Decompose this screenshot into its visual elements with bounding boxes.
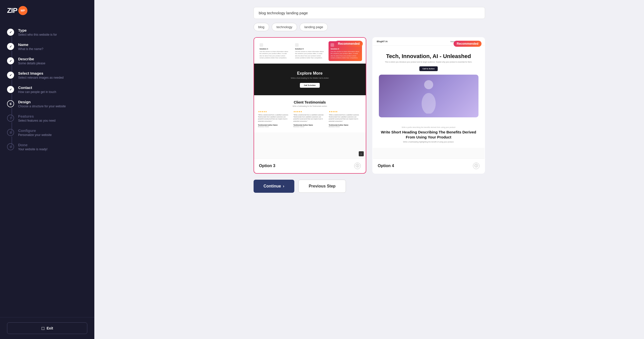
exit-button[interactable]: ⬚ Exit [7, 322, 87, 334]
step-content-name: Name What is the name? [18, 42, 87, 51]
step-title-images: Select Images [18, 71, 87, 75]
step-subtitle-contact: How can people get in touch [18, 90, 87, 94]
step-icon-done: 9 [7, 143, 14, 150]
step-subtitle-name: What is the name? [18, 47, 87, 51]
svg-point-0 [424, 80, 433, 89]
logo-area: ZIP WP [0, 0, 94, 21]
sidebar: ZIP WP ✓ Type Select who this website is… [0, 0, 94, 339]
step-subtitle-done: Your website is ready! [18, 148, 87, 151]
step-icon-contact: ✓ [7, 86, 14, 93]
step-title-type: Type [18, 28, 87, 32]
step-title-features: Features [18, 114, 87, 118]
step-content-features: Features Select features as you need [18, 114, 87, 122]
exit-icon: ⬚ [41, 326, 45, 330]
steps-list: ✓ Type Select who this website is for ✓ … [0, 21, 94, 317]
step-content-images: Select Images Select relevant images as … [18, 71, 87, 79]
sidebar-item-design[interactable]: 6 Design Choose a structure for your web… [0, 97, 94, 111]
option3-label: Option 3 [259, 164, 275, 168]
exit-label: Exit [47, 326, 53, 330]
option4-info-icon[interactable]: ⓘ [473, 163, 479, 169]
sidebar-item-name[interactable]: ✓ Name What is the name? [0, 39, 94, 54]
step-subtitle-type: Select who this website is for [18, 33, 87, 36]
option4-label: Option 4 [378, 164, 394, 168]
sidebar-item-configure[interactable]: 8 Configure Personalize your website [0, 125, 94, 140]
step-content-contact: Contact How can people get in touch [18, 85, 87, 94]
bottom-buttons: Continue › Previous Step [254, 180, 485, 193]
step-icon-type: ✓ [7, 29, 14, 36]
option-card-4[interactable]: Recommended BlogNT IA Home About Feature… [372, 37, 485, 174]
step-subtitle-features: Select features as you need [18, 119, 87, 122]
step-content-design: Design Choose a structure for your websi… [18, 100, 87, 108]
step-content-type: Type Select who this website is for [18, 28, 87, 36]
option4-preview: Recommended BlogNT IA Home About Feature… [373, 38, 485, 158]
step-title-describe: Describe [18, 57, 87, 61]
tag-technology[interactable]: technology [272, 23, 297, 31]
sidebar-item-features[interactable]: 7 Features Select features as you need [0, 111, 94, 125]
option4-footer: Option 4 ⓘ [373, 158, 485, 173]
svg-point-1 [422, 93, 436, 114]
step-title-configure: Configure [18, 128, 87, 133]
step-subtitle-describe: Some details please [18, 62, 87, 65]
continue-label: Continue [264, 184, 281, 188]
option3-info-icon[interactable]: ⓘ [354, 163, 361, 169]
step-subtitle-design: Choose a structure for your website [18, 105, 87, 108]
tags-row: blog technology landing page [254, 23, 485, 31]
option4-recommended-badge: Recommended [454, 41, 481, 47]
zip-logo: ZIP WP [7, 6, 27, 15]
option3-footer: Option 3 ⓘ [254, 158, 366, 173]
step-content-configure: Configure Personalize your website [18, 128, 87, 137]
search-input[interactable] [254, 7, 485, 19]
option3-preview: Recommended Solution 4 Use this section … [254, 38, 366, 158]
previous-step-button[interactable]: Previous Step [298, 180, 346, 193]
main-content: blog technology landing page Recommended… [94, 0, 644, 339]
step-title-design: Design [18, 100, 87, 104]
continue-button[interactable]: Continue › [254, 180, 295, 193]
options-grid: Recommended Solution 4 Use this section … [254, 37, 485, 174]
previous-label: Previous Step [309, 184, 336, 188]
sidebar-item-images[interactable]: ✓ Select Images Select relevant images a… [0, 68, 94, 82]
step-content-done: Done Your website is ready! [18, 143, 87, 151]
step-subtitle-images: Select relevant images as needed [18, 76, 87, 79]
step-icon-design: 6 [7, 100, 14, 107]
step-icon-features: 7 [7, 115, 14, 122]
step-icon-name: ✓ [7, 43, 14, 50]
step-subtitle-configure: Personalize your website [18, 133, 87, 137]
sidebar-item-done[interactable]: 9 Done Your website is ready! [0, 140, 94, 154]
step-icon-images: ✓ [7, 72, 14, 79]
option3-recommended-badge: Recommended [335, 41, 363, 47]
wp-badge: WP [18, 6, 27, 15]
sidebar-item-describe[interactable]: ✓ Describe Some details please [0, 54, 94, 68]
step-title-name: Name [18, 42, 87, 47]
tag-blog[interactable]: blog [254, 23, 269, 31]
sidebar-item-contact[interactable]: ✓ Contact How can people get in touch [0, 82, 94, 97]
logo-text: ZIP [7, 7, 17, 15]
step-icon-configure: 8 [7, 129, 14, 136]
tag-landing-page[interactable]: landing page [300, 23, 328, 31]
step-icon-describe: ✓ [7, 57, 14, 64]
step-title-contact: Contact [18, 85, 87, 90]
step-content-describe: Describe Some details please [18, 57, 87, 65]
exit-area: ⬚ Exit [0, 317, 94, 339]
sidebar-item-type[interactable]: ✓ Type Select who this website is for [0, 25, 94, 39]
chevron-right-icon: › [283, 184, 284, 188]
step-title-done: Done [18, 143, 87, 147]
option-card-3[interactable]: Recommended Solution 4 Use this section … [254, 37, 366, 174]
